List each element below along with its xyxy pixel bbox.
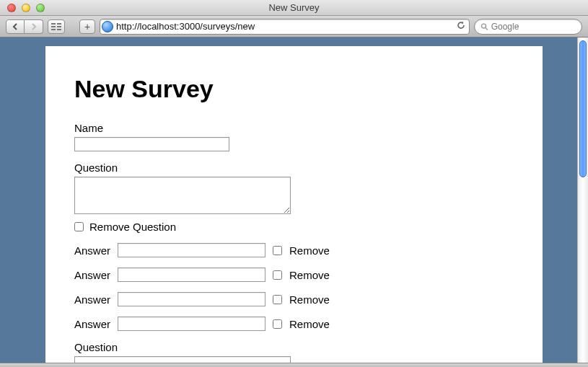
svg-rect-4: [51, 29, 56, 30]
remove-question-label: Remove Question: [89, 221, 176, 233]
remove-answer-checkbox[interactable]: [273, 295, 282, 304]
question-label: Question: [74, 341, 514, 353]
name-label: Name: [74, 122, 514, 134]
search-box[interactable]: [474, 19, 582, 35]
answer-label: Answer: [74, 269, 110, 281]
remove-answer-label: Remove: [289, 269, 330, 281]
svg-rect-1: [57, 23, 61, 25]
add-bookmark-button[interactable]: +: [79, 19, 95, 34]
address-bar[interactable]: [100, 19, 470, 35]
browser-toolbar: +: [0, 16, 588, 37]
reader-icon: [51, 22, 61, 31]
window-titlebar: New Survey: [0, 0, 588, 16]
svg-line-7: [486, 27, 488, 30]
answer-row: Answer Remove: [74, 317, 514, 331]
remove-answer-checkbox[interactable]: [273, 270, 282, 280]
answer-label: Answer: [74, 244, 110, 257]
chevron-right-icon: [30, 23, 38, 30]
answer-row: Answer Remove: [74, 267, 514, 282]
globe-icon: [102, 21, 113, 32]
answer-input[interactable]: [118, 267, 266, 282]
question-label: Question: [74, 162, 514, 174]
vertical-scrollbar[interactable]: [577, 37, 588, 363]
search-icon: [481, 22, 488, 31]
answer-input[interactable]: [118, 317, 266, 331]
answer-input[interactable]: [118, 243, 266, 257]
remove-question-checkbox[interactable]: [74, 222, 84, 231]
answer-label: Answer: [74, 318, 110, 330]
name-input[interactable]: [74, 137, 229, 151]
forward-button[interactable]: [25, 19, 43, 34]
answer-label: Answer: [74, 293, 110, 306]
page-content: New Survey Name Question Remove Question…: [45, 46, 543, 363]
remove-answer-checkbox[interactable]: [273, 246, 282, 255]
chevron-left-icon: [12, 23, 19, 30]
zoom-window-button[interactable]: [36, 4, 45, 12]
close-window-button[interactable]: [7, 4, 16, 12]
reload-icon: [456, 20, 466, 30]
reader-button[interactable]: [48, 19, 65, 34]
svg-point-6: [481, 24, 486, 28]
svg-rect-0: [51, 23, 56, 25]
remove-answer-label: Remove: [289, 318, 330, 330]
remove-answer-label: Remove: [289, 244, 330, 257]
question-textarea[interactable]: [74, 356, 291, 363]
answer-input[interactable]: [118, 292, 266, 306]
remove-answer-label: Remove: [289, 293, 330, 306]
back-button[interactable]: [6, 19, 25, 34]
search-input[interactable]: [491, 22, 576, 32]
traffic-lights: [0, 4, 45, 12]
answer-row: Answer Remove: [74, 243, 514, 257]
remove-answer-checkbox[interactable]: [273, 319, 282, 329]
browser-viewport: New Survey Name Question Remove Question…: [0, 37, 588, 363]
url-input[interactable]: [113, 21, 456, 32]
minimize-window-button[interactable]: [22, 4, 30, 12]
plus-icon: +: [84, 22, 90, 32]
reload-button[interactable]: [456, 20, 466, 33]
answer-row: Answer Remove: [74, 292, 514, 306]
svg-rect-3: [57, 26, 61, 27]
page-heading: New Survey: [74, 75, 514, 103]
window-title: New Survey: [0, 2, 588, 13]
question-textarea[interactable]: [74, 177, 291, 214]
svg-rect-5: [57, 29, 61, 30]
svg-rect-2: [51, 26, 56, 27]
scroll-thumb[interactable]: [579, 40, 587, 177]
window-statusbar: [0, 363, 588, 367]
